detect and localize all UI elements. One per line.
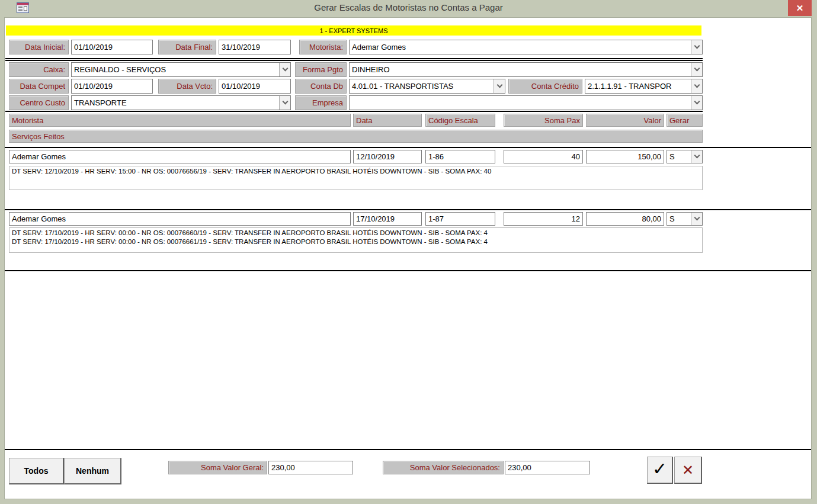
empresa-value: [350, 96, 691, 110]
data-vcto-label: Data Vcto:: [158, 79, 216, 94]
divider-double: [5, 58, 703, 61]
row-valor-cell[interactable]: 150,00: [586, 150, 664, 163]
confirm-button[interactable]: ✓: [647, 457, 673, 484]
row-soma-pax-cell[interactable]: 40: [504, 150, 583, 163]
centro-custo-label: Centro Custo: [9, 95, 69, 110]
todos-button[interactable]: Todos: [9, 458, 64, 484]
empresa-dropdown-button[interactable]: [691, 96, 702, 110]
row-separator: [5, 270, 811, 271]
check-icon: ✓: [652, 458, 667, 479]
forma-pgto-combobox[interactable]: DINHEIRO: [349, 62, 703, 77]
caixa-combobox[interactable]: REGINALDO - SERVIÇOS: [71, 62, 291, 77]
row-gerar-combobox[interactable]: S: [667, 212, 703, 226]
data-final-field[interactable]: [219, 40, 291, 54]
conta-credito-value: 2.1.1.1.91 - TRANSPOR: [585, 79, 691, 93]
data-vcto-field[interactable]: [219, 79, 291, 94]
row-gerar-dropdown-button[interactable]: [691, 213, 702, 225]
soma-valor-geral-field[interactable]: [268, 461, 353, 474]
motorista-dropdown-button[interactable]: [691, 40, 702, 54]
conta-credito-combobox[interactable]: 2.1.1.1.91 - TRANSPOR: [585, 79, 703, 94]
conta-db-label: Conta Db: [295, 79, 347, 94]
form-body: 1 - EXPERT SYSTEMS Data Inicial: Data Fi…: [4, 17, 812, 499]
servico-line: DT SERV: 17/10/2019 - HR SERV: 00:00 - N…: [12, 237, 700, 246]
row-soma-pax-cell[interactable]: 12: [504, 212, 583, 226]
header-servicos-feitos: Serviços Feitos: [9, 130, 703, 143]
row-gerar-value: S: [667, 150, 691, 163]
servico-line: DT SERV: 12/10/2019 - HR SERV: 15:00 - N…: [12, 167, 700, 176]
data-compet-field[interactable]: [71, 79, 153, 94]
forma-pgto-value: DINHEIRO: [350, 63, 691, 76]
caixa-value: REGINALDO - SERVIÇOS: [72, 63, 279, 76]
close-icon: ✕: [796, 3, 804, 14]
forma-pgto-dropdown-button[interactable]: [691, 63, 702, 76]
empresa-label: Empresa: [295, 95, 347, 110]
motorista-combobox[interactable]: Ademar Gomes: [349, 40, 703, 54]
chevron-down-icon: [694, 99, 700, 105]
row-motorista-cell[interactable]: Ademar Gomes: [9, 212, 351, 226]
chevron-down-icon: [694, 215, 700, 221]
soma-valor-selecionados-field[interactable]: [505, 461, 590, 474]
chevron-down-icon: [694, 66, 700, 72]
chevron-down-icon: [282, 66, 288, 72]
forma-pgto-label: Forma Pgto: [295, 62, 347, 77]
centro-custo-value: TRANSPORTE: [72, 96, 279, 110]
caixa-dropdown-button[interactable]: [279, 63, 290, 76]
row-separator: [5, 209, 811, 210]
motorista-label: Motorista:: [299, 40, 347, 54]
centro-custo-dropdown-button[interactable]: [279, 96, 290, 110]
row-valor-cell[interactable]: 80,00: [586, 212, 664, 226]
row-data-cell[interactable]: 17/10/2019: [353, 212, 422, 226]
row-gerar-dropdown-button[interactable]: [691, 150, 702, 163]
row-servicos-memo[interactable]: DT SERV: 12/10/2019 - HR SERV: 15:00 - N…: [9, 166, 703, 190]
header-motorista: Motorista: [9, 114, 351, 127]
row-codigo-escala-cell[interactable]: 1-87: [425, 212, 495, 226]
data-inicial-label: Data Inicial:: [9, 40, 69, 54]
row-motorista-cell[interactable]: Ademar Gomes: [9, 150, 351, 163]
divider: [5, 111, 703, 112]
header-valor: Valor: [586, 114, 664, 127]
caixa-label: Caixa:: [9, 62, 69, 77]
row-servicos-memo[interactable]: DT SERV: 17/10/2019 - HR SERV: 00:00 - N…: [9, 227, 703, 253]
soma-valor-geral-label: Soma Valor Geral:: [168, 461, 267, 474]
header-gerar: Gerar: [667, 114, 703, 127]
servico-line: DT SERV: 17/10/2019 - HR SERV: 00:00 - N…: [12, 229, 700, 237]
chevron-down-icon: [694, 43, 700, 49]
page-title: Gerar Escalas de Motoristas no Contas a …: [0, 2, 817, 12]
row-separator: [5, 147, 811, 148]
chevron-down-icon: [694, 153, 700, 159]
x-icon: ✕: [682, 462, 694, 479]
conta-db-combobox[interactable]: 4.01.01 - TRANSPORTISTAS: [349, 79, 505, 94]
cancel-button[interactable]: ✕: [674, 457, 702, 484]
header-data: Data: [353, 114, 422, 127]
row-codigo-escala-cell[interactable]: 1-86: [425, 150, 495, 163]
soma-valor-selecionados-label: Soma Valor Selecionados:: [383, 461, 504, 474]
title-bar: Gerar Escalas de Motoristas no Contas a …: [0, 0, 817, 16]
footer-separator: [5, 449, 811, 450]
app-window: Gerar Escalas de Motoristas no Contas a …: [0, 0, 817, 504]
conta-credito-dropdown-button[interactable]: [691, 79, 702, 93]
centro-custo-combobox[interactable]: TRANSPORTE: [71, 95, 291, 110]
data-compet-label: Data Compet: [9, 79, 69, 94]
conta-db-value: 4.01.01 - TRANSPORTISTAS: [350, 79, 494, 93]
data-inicial-field[interactable]: [71, 40, 153, 54]
conta-credito-label: Conta Crédito: [508, 79, 582, 94]
chevron-down-icon: [496, 82, 502, 88]
nenhum-button[interactable]: Nenhum: [64, 458, 121, 484]
close-button[interactable]: ✕: [788, 0, 812, 16]
header-soma-pax: Soma Pax: [504, 114, 583, 127]
company-banner: 1 - EXPERT SYSTEMS: [6, 25, 701, 36]
header-codigo-escala: Código Escala: [425, 114, 495, 127]
data-final-label: Data Final:: [158, 40, 216, 54]
conta-db-dropdown-button[interactable]: [494, 79, 505, 93]
chevron-down-icon: [694, 82, 700, 88]
empresa-combobox[interactable]: [349, 95, 703, 110]
row-gerar-value: S: [667, 213, 691, 225]
motorista-value: Ademar Gomes: [350, 40, 691, 54]
row-data-cell[interactable]: 12/10/2019: [353, 150, 422, 163]
chevron-down-icon: [282, 99, 288, 105]
row-gerar-combobox[interactable]: S: [667, 150, 703, 163]
